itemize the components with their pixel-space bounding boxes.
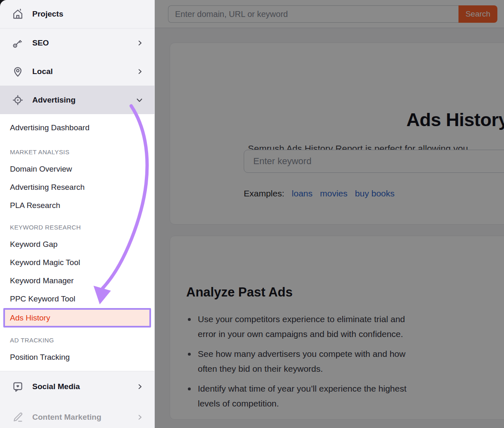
- target-icon: [11, 93, 25, 107]
- sidebar: Projects SEO Local: [0, 0, 155, 428]
- sidebar-item-social-media[interactable]: Social Media: [0, 371, 154, 402]
- sidebar-item-label: Social Media: [32, 382, 80, 391]
- sidebar-item-label: SEO: [32, 38, 49, 48]
- sidebar-item-label: Content Marketing: [32, 413, 101, 422]
- chevron-right-icon: [136, 414, 144, 421]
- advertising-submenu: Advertising Dashboard MARKET ANALYSIS Do…: [0, 114, 154, 371]
- social-media-icon: [11, 380, 25, 394]
- sidebar-item-domain-overview[interactable]: Domain Overview: [0, 160, 154, 178]
- map-pin-icon: [11, 65, 25, 79]
- sidebar-item-ppc-keyword-tool[interactable]: PPC Keyword Tool: [0, 290, 154, 308]
- sidebar-item-keyword-magic-tool[interactable]: Keyword Magic Tool: [0, 253, 154, 272]
- main-area: Search Ads History Semrush Ads History R…: [155, 0, 504, 428]
- sidebar-item-position-tracking[interactable]: Position Tracking: [0, 348, 154, 366]
- sidebar-item-local[interactable]: Local: [0, 57, 154, 86]
- chevron-right-icon: [136, 68, 144, 75]
- chevron-right-icon: [136, 383, 144, 390]
- pencil-icon: [11, 410, 25, 424]
- sidebar-item-label: Advertising: [32, 96, 76, 105]
- dim-overlay: [155, 0, 504, 428]
- sidebar-item-keyword-gap[interactable]: Keyword Gap: [0, 235, 154, 253]
- sidebar-item-advertising[interactable]: Advertising: [0, 86, 154, 114]
- sidebar-item-label: Local: [32, 67, 53, 76]
- sidebar-item-content-marketing[interactable]: Content Marketing: [0, 402, 154, 428]
- section-header-ad-tracking: AD TRACKING: [0, 332, 154, 348]
- key-icon: [11, 36, 25, 50]
- home-icon: [11, 7, 25, 21]
- chevron-right-icon: [136, 39, 144, 47]
- sidebar-item-advertising-research[interactable]: Advertising Research: [0, 178, 154, 196]
- sidebar-item-ads-history[interactable]: Ads History: [3, 308, 151, 328]
- sidebar-item-projects[interactable]: Projects: [0, 0, 154, 28]
- sidebar-item-pla-research[interactable]: PLA Research: [0, 196, 154, 215]
- sidebar-item-advertising-dashboard[interactable]: Advertising Dashboard: [0, 119, 154, 137]
- chevron-down-icon: [135, 96, 144, 104]
- section-header-keyword-research: KEYWORD RESEARCH: [0, 219, 154, 235]
- sidebar-item-keyword-manager[interactable]: Keyword Manager: [0, 272, 154, 290]
- sidebar-item-label: Projects: [32, 10, 63, 19]
- section-header-market-analysis: MARKET ANALYSIS: [0, 143, 154, 160]
- sidebar-item-seo[interactable]: SEO: [0, 29, 154, 57]
